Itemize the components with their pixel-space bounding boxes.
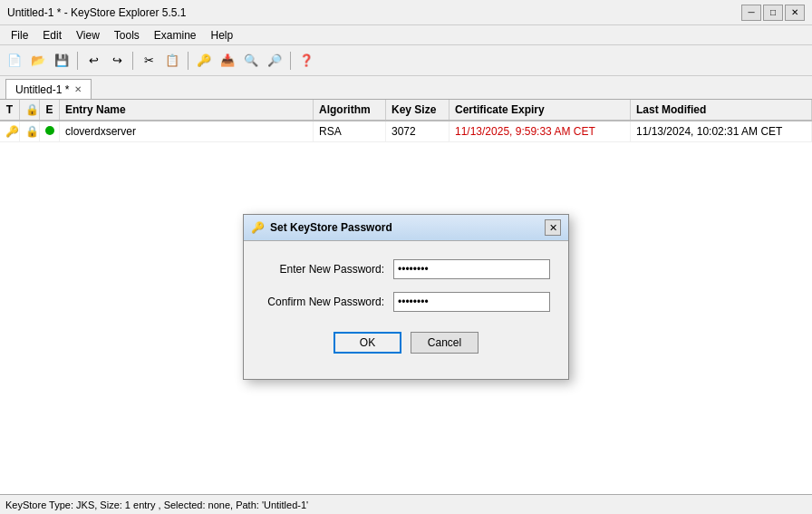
tab-bar: Untitled-1 * ✕ — [0, 76, 812, 100]
dialog-close-button[interactable]: ✕ — [545, 219, 561, 236]
menu-item-tools[interactable]: Tools — [107, 27, 147, 44]
window-controls: ─ □ ✕ — [741, 5, 805, 21]
cut-button[interactable]: ✂ — [138, 50, 160, 72]
dialog-title-label: Set KeyStore Password — [270, 221, 392, 234]
undo-button[interactable]: ↩ — [82, 50, 104, 72]
menu-item-view[interactable]: View — [69, 27, 107, 44]
save-file-button[interactable]: 💾 — [51, 50, 72, 72]
window-title: Untitled-1 * - KeyStore Explorer 5.5.1 — [7, 6, 186, 19]
status-text: KeyStore Type: JKS, Size: 1 entry , Sele… — [5, 499, 308, 510]
confirm-password-row: Confirm New Password: — [262, 292, 550, 312]
keypair-button[interactable]: 🔑 — [193, 50, 215, 72]
toolbar-sep-2 — [132, 52, 133, 70]
dialog-body: Enter New Password: Confirm New Password… — [244, 241, 568, 379]
toolbar: 📄 📂 💾 ↩ ↪ ✂ 📋 🔑 📥 🔍 🔎 ❓ — [0, 45, 812, 76]
toolbar-sep-4 — [290, 52, 291, 70]
menu-item-file[interactable]: File — [4, 27, 35, 44]
close-window-button[interactable]: ✕ — [785, 5, 805, 21]
dialog-buttons: OK Cancel — [262, 325, 550, 364]
help-button[interactable]: ❓ — [295, 50, 317, 72]
dialog-title-bar: 🔑 Set KeyStore Password ✕ — [244, 215, 568, 241]
new-file-button[interactable]: 📄 — [4, 50, 25, 72]
minimize-button[interactable]: ─ — [741, 5, 761, 21]
confirm-password-input[interactable] — [393, 292, 550, 312]
toolbar-sep-1 — [77, 52, 78, 70]
main-area: T 🔒 E Entry Name Algorithm Key Size Cert… — [0, 100, 812, 494]
toolbar-sep-3 — [188, 52, 188, 70]
dialog-overlay: 🔑 Set KeyStore Password ✕ Enter New Pass… — [0, 100, 812, 494]
title-bar: Untitled-1 * - KeyStore Explorer 5.5.1 ─… — [0, 0, 812, 25]
menu-item-help[interactable]: Help — [204, 27, 241, 44]
menu-item-edit[interactable]: Edit — [35, 27, 69, 44]
redo-button[interactable]: ↪ — [106, 50, 128, 72]
import-key-button[interactable]: 📥 — [217, 50, 238, 72]
menu-bar: FileEditViewToolsExamineHelp — [0, 25, 812, 45]
tab-untitled1[interactable]: Untitled-1 * ✕ — [5, 79, 92, 99]
open-file-button[interactable]: 📂 — [27, 50, 49, 72]
tab-close-button[interactable]: ✕ — [74, 84, 82, 94]
set-keystore-password-dialog: 🔑 Set KeyStore Password ✕ Enter New Pass… — [243, 214, 569, 380]
new-password-input[interactable] — [393, 259, 550, 279]
tab-label: Untitled-1 * — [15, 83, 69, 96]
maximize-button[interactable]: □ — [763, 5, 783, 21]
cancel-button[interactable]: Cancel — [411, 332, 478, 354]
examine-cert-button[interactable]: 🔍 — [240, 50, 262, 72]
new-password-row: Enter New Password: — [262, 259, 550, 279]
ok-button[interactable]: OK — [334, 332, 401, 354]
examine-csr-button[interactable]: 🔎 — [264, 50, 285, 72]
copy-button[interactable]: 📋 — [161, 50, 183, 72]
menu-item-examine[interactable]: Examine — [147, 27, 204, 44]
dialog-title: 🔑 Set KeyStore Password — [251, 221, 392, 234]
status-bar: KeyStore Type: JKS, Size: 1 entry , Sele… — [0, 494, 812, 514]
new-password-label: Enter New Password: — [262, 263, 393, 276]
dialog-title-icon: 🔑 — [251, 221, 265, 234]
confirm-password-label: Confirm New Password: — [262, 296, 393, 308]
